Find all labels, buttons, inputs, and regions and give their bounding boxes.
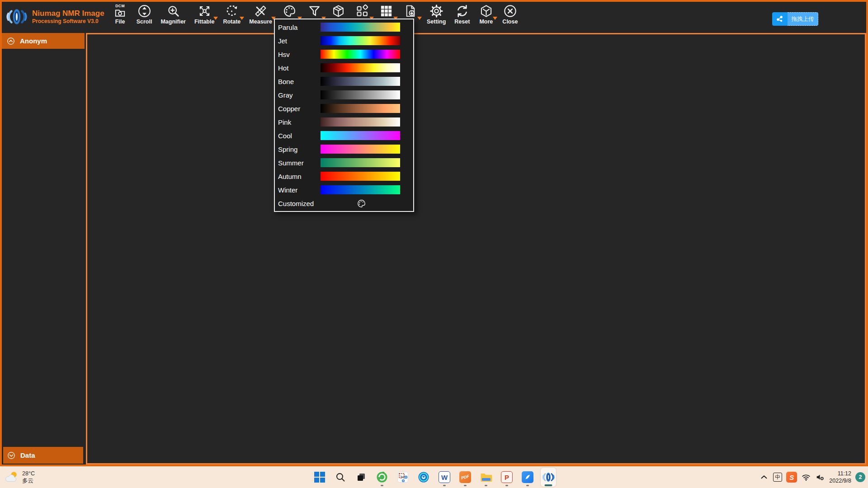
summer-gradient — [321, 158, 400, 167]
spring-gradient — [321, 145, 400, 154]
system-tray: 中 S 11:12 2022/9/8 2 — [759, 466, 865, 488]
file-explorer-button[interactable] — [478, 468, 494, 487]
blue-wing-app-button[interactable] — [520, 468, 535, 487]
setting-button[interactable]: Setting — [425, 4, 448, 26]
window-body: Anonym Data — [2, 33, 866, 465]
word-icon: W — [439, 471, 450, 483]
teal-ring-app-button[interactable] — [416, 468, 431, 487]
volume-muted-icon[interactable] — [815, 472, 825, 482]
cool-gradient — [321, 131, 400, 140]
parula-gradient — [321, 23, 400, 32]
windows-logo-icon — [314, 472, 325, 483]
chevron-down-circle-icon — [7, 451, 16, 460]
sidebar-content — [2, 49, 85, 447]
pcolor-colormap-menu: Parula Jet Hsv Hot Bone Gray Copper Pin — [274, 19, 414, 212]
running-indicator — [526, 485, 529, 486]
colormap-item-cool[interactable]: Cool — [275, 129, 413, 142]
wifi-icon[interactable] — [801, 472, 811, 482]
running-indicator — [505, 485, 508, 486]
chevron-down-icon[interactable] — [493, 17, 497, 20]
drag-upload-button[interactable]: 拖拽上传 — [772, 12, 818, 26]
taskbar-apps: W PDF P — [312, 466, 556, 488]
more-button[interactable]: More — [476, 4, 495, 26]
rotate-button[interactable]: Rotate — [221, 4, 242, 26]
taskbar: 28°C 多云 — [0, 466, 868, 488]
colormap-item-winter[interactable]: Winter — [275, 183, 413, 197]
pdf-reader-button[interactable]: PDF — [458, 468, 473, 487]
fit-expand-icon — [198, 4, 212, 18]
colormap-item-summer[interactable]: Summer — [275, 156, 413, 169]
clock-time: 11:12 — [829, 470, 851, 477]
chevron-down-icon[interactable] — [240, 17, 244, 20]
screenshot-tool-button[interactable] — [395, 468, 410, 487]
teal-ring-app-icon — [418, 471, 429, 483]
file-export-icon — [403, 4, 417, 18]
hsv-gradient — [321, 50, 400, 59]
netdisk-share-icon — [772, 12, 788, 26]
cloudy-sun-icon — [4, 470, 19, 484]
palette-icon — [283, 4, 297, 18]
scroll-button[interactable]: Scroll — [135, 4, 154, 26]
app-subtitle: Processing Software V3.0 — [32, 18, 104, 24]
panel-anonym-label: Anonym — [20, 37, 47, 45]
panel-data-label: Data — [20, 451, 35, 459]
powerpoint-button[interactable]: P — [499, 468, 514, 487]
hot-gradient — [321, 63, 400, 72]
app-logo: Niumag NMR Image Processing Software V3.… — [2, 2, 106, 28]
colormap-item-hsv[interactable]: Hsv — [275, 47, 413, 61]
colormap-item-parula[interactable]: Parula — [275, 20, 413, 34]
colormap-item-bone[interactable]: Bone — [275, 75, 413, 88]
running-indicator — [381, 485, 383, 486]
niumag-logo-icon — [5, 5, 28, 28]
running-indicator — [485, 485, 487, 486]
notification-badge[interactable]: 2 — [855, 472, 865, 482]
colormap-item-jet[interactable]: Jet — [275, 34, 413, 47]
gear-icon — [429, 4, 443, 18]
weather-widget[interactable]: 28°C 多云 — [4, 466, 35, 488]
word-button[interactable]: W — [437, 468, 452, 487]
weather-temperature: 28°C — [22, 470, 35, 477]
search-button[interactable] — [333, 468, 348, 487]
chevron-down-icon[interactable] — [417, 17, 422, 20]
app-title: Niumag NMR Image — [32, 9, 104, 18]
colormap-item-gray[interactable]: Gray — [275, 88, 413, 102]
colormap-item-autumn[interactable]: Autumn — [275, 169, 413, 183]
folder-icon — [480, 472, 492, 483]
winter-gradient — [321, 185, 400, 194]
jet-gradient — [321, 36, 400, 45]
green-browser-icon — [376, 471, 388, 483]
start-button[interactable] — [312, 468, 327, 487]
clock-date: 2022/9/8 — [829, 477, 851, 484]
sidebar: Anonym Data — [2, 33, 85, 465]
app-title-block: Niumag NMR Image Processing Software V3.… — [32, 9, 104, 24]
colormap-item-copper[interactable]: Copper — [275, 102, 413, 115]
clock[interactable]: 11:12 2022/9/8 — [829, 470, 851, 485]
colormap-item-spring[interactable]: Spring — [275, 142, 413, 156]
input-method-indicator[interactable]: 中 — [773, 473, 782, 482]
sidebar-panel-anonym[interactable]: Anonym — [2, 33, 85, 49]
weather-condition: 多云 — [22, 477, 35, 484]
pink-gradient — [321, 117, 400, 127]
colormap-item-hot[interactable]: Hot — [275, 61, 413, 75]
measure-button[interactable]: Measure — [247, 4, 274, 26]
reset-button[interactable]: Reset — [453, 4, 472, 26]
tray-chevron-up-icon[interactable] — [759, 472, 769, 482]
palette-icon — [357, 199, 366, 208]
measure-icon — [254, 4, 268, 18]
magnifier-button[interactable]: Magnifier — [159, 4, 188, 26]
sidebar-panel-data[interactable]: Data — [3, 447, 83, 464]
green-browser-button[interactable] — [374, 468, 390, 487]
close-button[interactable]: Close — [500, 4, 519, 26]
fittable-button[interactable]: Fittable — [193, 4, 216, 26]
task-view-button[interactable] — [354, 468, 369, 487]
copper-gradient — [321, 104, 400, 113]
colormap-item-customized[interactable]: Customized — [275, 197, 413, 210]
chevron-down-icon[interactable] — [213, 17, 218, 20]
image-canvas[interactable] — [86, 33, 866, 465]
rotate-icon — [225, 4, 239, 18]
file-button[interactable]: DCM File — [111, 4, 130, 26]
niumag-app-button[interactable] — [541, 468, 556, 487]
scroll-icon — [137, 4, 151, 18]
colormap-item-pink[interactable]: Pink — [275, 115, 413, 129]
sogou-input-icon[interactable]: S — [786, 472, 797, 483]
